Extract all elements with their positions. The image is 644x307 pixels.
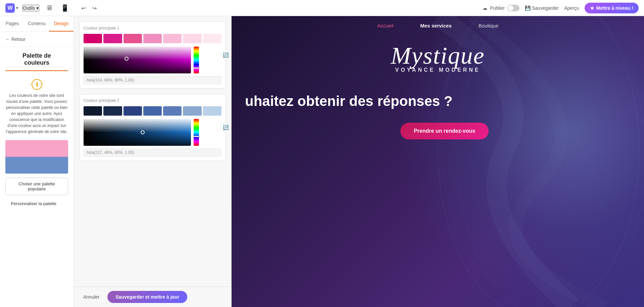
color-preview-2 xyxy=(5,157,68,174)
back-button[interactable]: ← Retour xyxy=(0,32,73,47)
color-2-swatches xyxy=(84,106,221,116)
logo-w: W xyxy=(5,3,15,13)
swatch-2-7[interactable] xyxy=(203,106,221,116)
tools-menu[interactable]: Outils ▾ xyxy=(22,5,39,11)
color-panel: Couleur principale 1 hs xyxy=(74,16,232,307)
gradient-overlay-1 xyxy=(84,47,191,73)
swatch-2-2[interactable] xyxy=(103,106,122,116)
color-card-2: Couleur principale 2 hs xyxy=(79,94,226,161)
hero-title: Mystique xyxy=(232,42,644,70)
redo-icon: ↪ xyxy=(92,5,97,11)
topbar-right: ☁ Publier 💾 Sauvegarder Aperçu ★ Mettre … xyxy=(483,3,639,13)
refresh-color-1-button[interactable]: 🔃 xyxy=(221,50,230,60)
publish-toggle-section: ☁ Publier xyxy=(483,5,519,11)
nav-item-boutique[interactable]: Boutique xyxy=(479,23,498,28)
topbar: W ▾ Outils ▾ 🖥 📱 ↩ ↪ ☁ Publier 💾 xyxy=(0,0,644,16)
swatch-1-3[interactable] xyxy=(123,34,142,43)
color-preview-1 xyxy=(5,140,68,157)
preview-area: Accueil Mes services Boutique Mystique V… xyxy=(232,16,644,307)
gradient-overlay-2 xyxy=(84,119,191,146)
color-card-1: Couleur principale 1 hs xyxy=(79,21,226,88)
logo: W ▾ xyxy=(5,3,18,13)
cta-button[interactable]: Prendre un rendez-vous xyxy=(400,123,489,139)
sidebar-item-pages[interactable]: Pages xyxy=(0,16,24,32)
hue-handle-1 xyxy=(193,67,200,69)
color-1-value: hsla(314, 86%, 90%, 1.00) xyxy=(84,76,221,84)
swatch-1-6[interactable] xyxy=(183,34,201,43)
swatch-2-6[interactable] xyxy=(183,106,201,116)
redo-button[interactable]: ↪ xyxy=(90,3,99,13)
swatch-1-7[interactable] xyxy=(203,34,221,43)
sidebar-nav: Pages Contenu Design xyxy=(0,16,73,32)
sidebar-info: ℹ Les couleurs de votre site sont issues… xyxy=(0,76,73,140)
hero-question: uhaitez obtenir des réponses ? xyxy=(232,93,644,109)
nav-item-accueil[interactable]: Accueil xyxy=(377,23,393,28)
color-1-picker xyxy=(84,47,221,73)
color-2-picker xyxy=(84,119,221,146)
swatch-2-3[interactable] xyxy=(123,106,142,116)
hue-handle-2 xyxy=(193,136,200,137)
save-button[interactable]: 💾 Sauvegarder xyxy=(525,5,559,11)
color-1-handle[interactable] xyxy=(125,57,129,61)
color-1-title: Couleur principale 1 xyxy=(84,26,221,30)
save-icon: 💾 xyxy=(525,5,531,11)
logo-caret: ▾ xyxy=(16,6,18,10)
chevron-down-icon: ▾ xyxy=(36,5,39,11)
color-2-gradient-area[interactable] xyxy=(84,119,191,146)
main-area: Pages Contenu Design ← Retour Palette de… xyxy=(0,16,644,307)
sidebar-item-design[interactable]: Design xyxy=(49,16,73,32)
preview-button[interactable]: Aperçu xyxy=(564,5,579,11)
info-icon: ℹ xyxy=(32,79,42,90)
undo-icon: ↩ xyxy=(81,5,86,11)
color-1-swatches xyxy=(84,34,221,43)
cloud-icon: ☁ xyxy=(483,5,487,11)
hero-subtitle: VOYANCE MODERNE xyxy=(232,67,644,73)
refresh-color-2-button[interactable]: 🔃 xyxy=(221,123,230,132)
color-2-title: Couleur principale 2 xyxy=(84,98,221,103)
undo-button[interactable]: ↩ xyxy=(79,3,88,13)
info-text: Les couleurs de votre site sont issues d… xyxy=(5,93,68,135)
sidebar: Pages Contenu Design ← Retour Palette de… xyxy=(0,16,74,307)
swatch-1-5[interactable] xyxy=(163,34,182,43)
hue-bar-1[interactable] xyxy=(194,47,199,73)
mobile-icon[interactable]: 📱 xyxy=(58,3,72,13)
publish-toggle[interactable] xyxy=(507,5,519,11)
preview-content: Accueil Mes services Boutique Mystique V… xyxy=(232,16,644,307)
hue-bar-2[interactable] xyxy=(194,119,199,146)
sidebar-title: Palette de couleurs xyxy=(5,47,68,71)
color-1-gradient-area[interactable] xyxy=(84,47,191,73)
swatch-1-2[interactable] xyxy=(103,34,122,43)
color-2-handle[interactable] xyxy=(141,130,145,134)
star-icon: ★ xyxy=(590,5,594,11)
topbar-icons: 🖥 📱 xyxy=(43,3,72,13)
topbar-left: W ▾ Outils ▾ 🖥 📱 ↩ ↪ xyxy=(5,3,99,13)
color-2-value: hsla(217, 46%, 60%, 1.00) xyxy=(84,148,221,157)
cancel-button[interactable]: Annuler xyxy=(79,292,103,302)
upgrade-button[interactable]: ★ Mettre à niveau ! xyxy=(585,3,639,13)
customize-palette-link[interactable]: Personnaliser la palette xyxy=(5,198,68,209)
nav-item-services[interactable]: Mes services xyxy=(420,23,451,28)
sidebar-item-contenu[interactable]: Contenu xyxy=(24,16,49,32)
swatch-1-4[interactable] xyxy=(143,34,162,43)
preview-hero: Mystique VOYANCE MODERNE uhaitez obtenir… xyxy=(232,35,644,139)
bottom-bar: Annuler Sauvegarder et mettre à jour xyxy=(74,287,232,307)
desktop-icon[interactable]: 🖥 xyxy=(43,3,55,13)
swatch-2-1[interactable] xyxy=(84,106,102,116)
swatch-2-5[interactable] xyxy=(163,106,182,116)
swatch-1-1[interactable] xyxy=(84,34,102,43)
swatch-2-4[interactable] xyxy=(143,106,162,116)
preview-nav: Accueil Mes services Boutique xyxy=(232,16,644,35)
choose-palette-button[interactable]: Choisir une palette populaire xyxy=(5,178,68,195)
save-update-button[interactable]: Sauvegarder et mettre à jour xyxy=(107,291,187,303)
